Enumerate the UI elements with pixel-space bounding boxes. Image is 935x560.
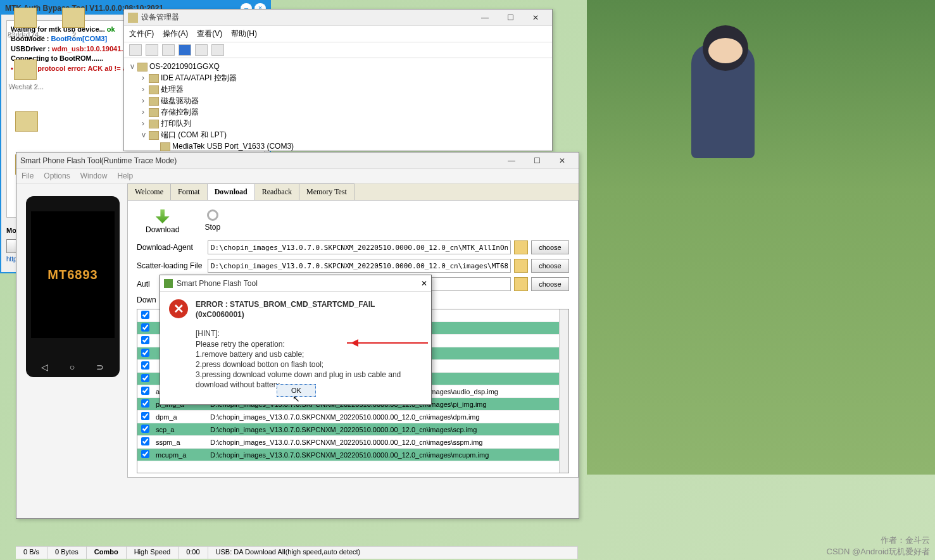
status-time: 0:00 [179,547,208,559]
device-icon [149,74,159,83]
toolbar [124,42,552,58]
tree-root[interactable]: OS-20210901GGXQ [149,62,220,71]
maximize-button[interactable]: ☐ [524,154,549,167]
app-icon [15,111,38,132]
folder-icon[interactable] [514,240,528,254]
partition-checkbox[interactable] [141,374,149,382]
desktop-icon[interactable]: Wechat 2... [6,59,44,90]
tree-item[interactable]: 存储控制器 [161,108,199,116]
error-icon: ✕ [169,299,188,318]
partition-name: mcupm_a [153,449,208,461]
menu-window[interactable]: Window [80,171,108,180]
tab-format[interactable]: Format [170,184,208,200]
back-icon: ◁ [39,362,50,371]
maximize-button[interactable]: ☐ [498,11,523,24]
menu-bar: 文件(F) 操作(A) 查看(V) 帮助(H) [124,26,552,42]
tool-icon[interactable] [162,44,175,56]
scatter-label: Scatter-loading File [137,261,208,270]
hint-line: 2.press download botton on flash tool; [196,359,422,370]
desktop-icon[interactable] [8,111,46,134]
titlebar[interactable]: Smart Phone Flash Tool(Runtime Trace Mod… [16,152,579,169]
close-button[interactable]: ✕ [549,154,575,167]
tab-download[interactable]: Download [207,184,255,200]
device-icon [149,97,159,106]
tree-item[interactable]: 打印队列 [161,119,191,128]
watermark: 作者：金斗云 CSDN @Android玩机爱好者 [827,535,930,557]
tool-icon[interactable] [179,44,191,56]
partition-checkbox[interactable] [141,349,149,357]
phone-screen: MT6893 [31,211,115,338]
partition-checkbox[interactable] [141,336,149,344]
da-label: Download-Agent [137,243,208,252]
app-icon [14,59,37,80]
partition-checkbox[interactable] [141,425,149,433]
partition-checkbox[interactable] [141,450,149,458]
partition-name: scp_a [153,423,208,436]
device-tree[interactable]: vOS-20210901GGXQ ›IDE ATA/ATAPI 控制器 ›处理器… [124,58,552,166]
minimize-button[interactable]: — [472,11,498,24]
partition-location: D:\chopin_images_V13.0.7.0.SKPCNXM_20220… [208,411,568,423]
partition-checkbox[interactable] [141,361,149,370]
table-row[interactable]: sspm_aD:\chopin_images_V13.0.7.0.SKPCNXM… [137,436,568,449]
scrollbar[interactable] [559,309,568,473]
device-manager-window: 设备管理器 — ☐ ✕ 文件(F) 操作(A) 查看(V) 帮助(H) vOS-… [123,9,553,151]
partition-name: sspm_a [153,436,208,449]
partition-checkbox[interactable] [141,323,149,332]
table-row[interactable]: mcupm_aD:\chopin_images_V13.0.7.0.SKPCNX… [137,449,568,461]
tree-item[interactable]: IDE ATA/ATAPI 控制器 [161,73,237,82]
hint-line: 1.remove battery and usb cable; [196,349,422,359]
choose-auth-button[interactable]: choose [531,277,569,291]
forward-icon[interactable] [146,44,158,56]
status-bar: 0 B/s 0 Bytes Combo High Speed 0:00 USB:… [16,546,578,559]
tab-memory-test[interactable]: Memory Test [299,184,355,200]
back-icon[interactable] [129,44,142,56]
menu-file[interactable]: 文件(F) [129,28,154,39]
device-icon [149,120,159,128]
menu-view[interactable]: 查看(V) [197,28,222,39]
tool-icon[interactable] [211,44,224,56]
desktop-icon[interactable]: 2 [54,8,92,38]
close-button[interactable]: ✕ [523,11,548,24]
partition-name: dpm_a [153,411,208,423]
stop-button[interactable]: Stop [204,209,220,234]
desktop-icon[interactable]: 83dda174... [6,8,44,38]
devmgr-icon [128,13,138,23]
close-button[interactable]: ✕ [421,279,427,288]
menu-help[interactable]: Help [117,171,133,180]
folder-icon[interactable] [514,277,528,291]
partition-checkbox[interactable] [141,412,149,420]
menu-options[interactable]: Options [44,171,70,180]
status-rate: 0 B/s [16,547,47,559]
partition-checkbox[interactable] [141,311,149,319]
download-button[interactable]: Download [146,209,179,234]
menu-help[interactable]: 帮助(H) [231,28,257,39]
menu-file[interactable]: File [22,171,34,180]
choose-da-button[interactable]: choose [531,240,569,254]
tool-icon[interactable] [195,44,208,56]
status-speed: High Speed [127,547,179,559]
tree-item[interactable]: 处理器 [161,85,184,94]
partition-checkbox[interactable] [141,387,149,395]
tree-item[interactable]: 磁盘驱动器 [161,96,199,105]
file-icon [14,8,37,28]
tree-item[interactable]: MediaTek USB Port_V1633 (COM3) [172,142,294,151]
partition-checkbox[interactable] [141,437,149,445]
menu-bar: File Options Window Help [16,169,579,184]
menu-action[interactable]: 操作(A) [163,28,188,39]
titlebar[interactable]: Smart Phone Flash Tool ✕ [160,275,431,292]
titlebar[interactable]: 设备管理器 — ☐ ✕ [124,9,552,26]
window-title: Smart Phone Flash Tool(Runtime Trace Mod… [20,156,499,165]
minimize-button[interactable]: — [499,154,524,167]
choose-scatter-button[interactable]: choose [531,259,569,273]
table-row[interactable]: dpm_aD:\chopin_images_V13.0.7.0.SKPCNXM_… [137,411,568,423]
tree-item[interactable]: 端口 (COM 和 LPT) [161,130,227,139]
partition-location: D:\chopin_images_V13.0.7.0.SKPCNXM_20220… [208,423,568,436]
tab-welcome[interactable]: Welcome [127,184,171,200]
tab-readback[interactable]: Readback [254,184,299,200]
app-icon [164,279,173,288]
table-row[interactable]: scp_aD:\chopin_images_V13.0.7.0.SKPCNXM_… [137,423,568,436]
da-path-input[interactable] [208,240,511,254]
partition-checkbox[interactable] [141,399,149,408]
scatter-path-input[interactable] [208,259,511,273]
folder-icon[interactable] [514,259,528,273]
